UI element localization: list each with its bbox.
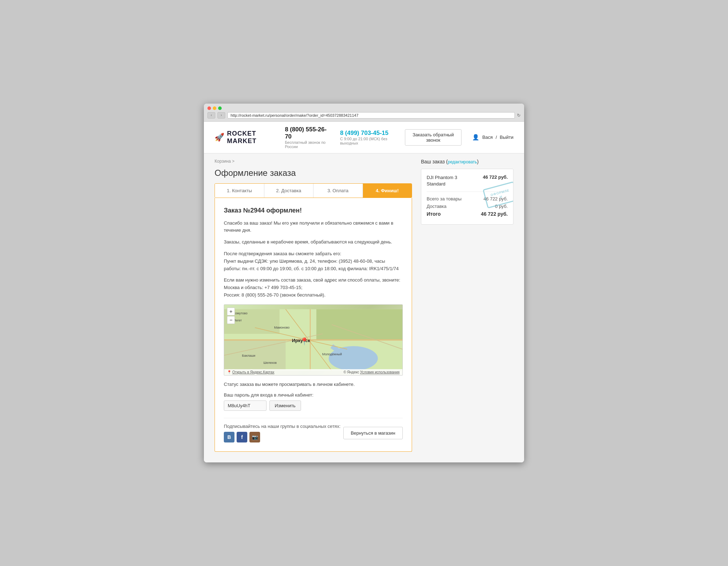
- separator: /: [496, 135, 497, 140]
- logout-link[interactable]: Выйти: [500, 135, 514, 140]
- map-zoom-in[interactable]: +: [227, 308, 235, 315]
- order-para-2: Заказы, сделанные в нерабочее время, обр…: [224, 239, 403, 246]
- logo-text: ROCKET MARKET: [227, 130, 274, 145]
- order-para-4: Если вам нужно изменить состав заказа, с…: [224, 277, 403, 299]
- map-zoom-out[interactable]: −: [227, 316, 235, 324]
- password-input[interactable]: [224, 400, 267, 411]
- order-box: Заказ №2944 оформлен! Спасибо за ваш зак…: [215, 198, 412, 452]
- phone-block-2: 8 (499) 703-45-15 С 9:00 до 21:00 (МСК) …: [340, 130, 394, 145]
- svg-rect-0: [224, 309, 402, 371]
- back-nav-button[interactable]: ‹: [207, 112, 215, 119]
- step-1[interactable]: 1. Контакты: [215, 184, 264, 198]
- phone-note-2: С 9:00 до 21:00 (МСК) без выходных: [340, 137, 394, 145]
- callback-button[interactable]: Заказать обратный звонок: [405, 129, 462, 146]
- svg-point-4: [329, 346, 378, 371]
- site-header: 🚀 ROCKET MARKET 8 (800) 555-26-70 Беспла…: [204, 122, 524, 153]
- map-label-m: Мамоново: [274, 326, 289, 329]
- order-title: Заказ №2944 оформлен!: [224, 207, 403, 214]
- step-2[interactable]: 2. Доставка: [264, 184, 314, 198]
- breadcrumb: Корзина >: [215, 159, 412, 164]
- map-controls: + −: [227, 308, 235, 324]
- order-summary-title: Ваш заказ (редактировать): [421, 159, 513, 164]
- step-3[interactable]: 3. Оплата: [313, 184, 363, 198]
- total-row: Итого 46 722 руб.: [427, 211, 508, 217]
- user-area: 👤 Вася / Выйти: [472, 134, 513, 141]
- maximize-dot[interactable]: [218, 106, 222, 110]
- order-summary-box: DJI Phantom 3 Standard 46 722 руб. Всего…: [421, 169, 513, 225]
- phone-number-1[interactable]: 8 (800) 555-26-70: [285, 126, 329, 140]
- instagram-icon[interactable]: 📷: [249, 432, 260, 442]
- breadcrumb-cart-link[interactable]: Корзина: [215, 159, 231, 164]
- page-title: Оформление заказа: [215, 168, 412, 178]
- edit-order-link[interactable]: редактировать: [448, 159, 477, 164]
- phone-number-2[interactable]: 8 (499) 703-45-15: [340, 130, 394, 137]
- social-label: Подписывайтесь на наши группы в социальн…: [224, 424, 341, 429]
- steps-bar: 1. Контакты 2. Доставка 3. Оплата 4. Фин…: [215, 183, 412, 198]
- map-label-b: Баклаши: [242, 354, 255, 357]
- svg-rect-2: [316, 309, 402, 340]
- map-container[interactable]: Иркутск Хомутово Мамоново Баклаши Шелехо…: [224, 304, 403, 376]
- reload-button[interactable]: ↻: [517, 113, 521, 118]
- open-yandex-maps-link[interactable]: Открыть в Яндекс.Картах: [232, 370, 274, 374]
- username-link[interactable]: Вася: [482, 135, 492, 140]
- password-row: Изменить: [224, 400, 403, 411]
- total-value: 46 722 руб.: [481, 211, 508, 217]
- close-dot[interactable]: [207, 106, 211, 110]
- logo: 🚀 ROCKET MARKET: [215, 130, 274, 145]
- url-bar[interactable]: [227, 112, 515, 119]
- password-label: Ваш пароль для входа в личный кабинет:: [224, 392, 403, 398]
- map-label-kh: Хомутово: [233, 311, 247, 315]
- phone-note-1: Бесплатный звонок по России: [285, 140, 329, 149]
- order-para-1: Спасибо за ваш заказ! Мы его уже получил…: [224, 220, 403, 235]
- rocket-icon: 🚀: [215, 133, 224, 142]
- user-icon: 👤: [472, 134, 479, 141]
- vk-icon[interactable]: В: [224, 432, 234, 442]
- total-goods-label: Всего за товары: [427, 196, 461, 201]
- minimize-dot[interactable]: [213, 106, 216, 110]
- order-item-name: DJI Phantom 3 Standard: [427, 174, 476, 187]
- map-terms-link[interactable]: Условия использования: [360, 370, 400, 374]
- status-text: Статус заказа вы можете просматривать в …: [224, 381, 403, 388]
- map-label-sh: Шелехов: [263, 361, 276, 365]
- step-4[interactable]: 4. Финиш!: [363, 184, 412, 198]
- order-item-price: 46 722 руб.: [483, 174, 508, 180]
- forward-nav-button[interactable]: ›: [217, 112, 225, 119]
- order-para-3: После подтверждения заказа вы сможете за…: [224, 250, 403, 272]
- change-password-button[interactable]: Изменить: [269, 400, 301, 411]
- delivery-label: Доставка: [427, 204, 447, 209]
- social-icons: В f 📷: [224, 432, 341, 442]
- total-label: Итого: [427, 211, 441, 217]
- stamp-text: ОФОРМЛЕН: [490, 188, 511, 201]
- phone-block-1: 8 (800) 555-26-70 Бесплатный звонок по Р…: [285, 126, 329, 149]
- map-copyright: © Яндекс Условия использования: [343, 370, 400, 374]
- social-left: Подписывайтесь на наши группы в социальн…: [224, 424, 341, 442]
- map-label-mol: Молодёжный: [322, 352, 342, 356]
- svg-line-10: [332, 324, 402, 349]
- order-summary: Ваш заказ (редактировать) DJI Phantom 3 …: [421, 159, 513, 452]
- map-footer: 📍 Открыть в Яндекс.Картах © Яндекс Услов…: [224, 369, 402, 375]
- back-to-shop-button[interactable]: Вернуться в магазин: [343, 427, 403, 439]
- map-marker: 📍: [300, 337, 309, 346]
- social-section: Подписывайтесь на наши группы в социальн…: [224, 418, 403, 442]
- facebook-icon[interactable]: f: [237, 432, 247, 442]
